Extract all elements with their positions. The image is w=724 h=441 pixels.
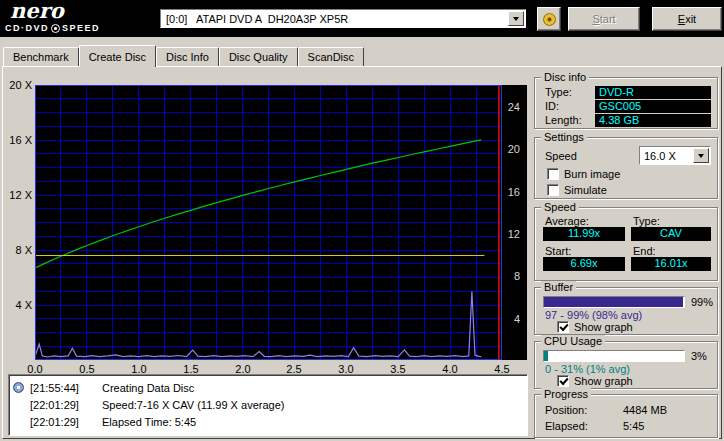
tab-create-disc[interactable]: Create Disc (79, 45, 156, 67)
y-axis-tick-left: 20 X (2, 79, 32, 91)
speed-group: Speed Average: Type: 11.99x CAV Start: E… (534, 207, 718, 281)
disc-id-value: GSC005 (595, 100, 711, 113)
simulate-label: Simulate (564, 184, 607, 196)
log-entry-time: [22:01:29] (30, 416, 102, 428)
disc-info-group: Disc info Type: ID: Length: DVD-R GSC005… (534, 77, 718, 129)
start-button[interactable]: Start (568, 7, 640, 31)
elapsed-value: 5:45 (623, 420, 644, 433)
log-entry-time: [22:01:29] (30, 399, 102, 411)
y-axis-tick-left: 8 X (2, 244, 32, 256)
y-axis-tick-right: 12 (490, 228, 520, 240)
cpu-usage-group: CPU Usage 3% 0 - 31% (1% avg) Show graph (534, 341, 718, 389)
buffer-show-graph-row[interactable]: Show graph (557, 321, 633, 333)
buffer-show-graph-checkbox[interactable] (557, 321, 569, 333)
buffer-percent: 99% (691, 296, 713, 309)
position-value: 4484 MB (623, 404, 667, 417)
log-entry-text: Speed:7-16 X CAV (11.99 X average) (102, 399, 284, 411)
burn-image-label: Burn image (564, 168, 620, 180)
product-logo-text: CD·DVD SPEED (5, 23, 100, 33)
burn-image-checkbox-row[interactable]: Burn image (547, 168, 620, 180)
settings-title: Settings (541, 131, 587, 144)
app-header: nero CD·DVD SPEED [0:0] ATAPI DVD A DH20… (0, 0, 724, 37)
start-button-label: S (592, 13, 599, 25)
log-entry: [21:55:44] Creating Data Disc (13, 379, 523, 396)
settings-group: Settings Speed 16.0 X Burn image Simulat… (534, 137, 718, 199)
buffer-group: Buffer 99% 97 - 99% (98% avg) Show graph (534, 287, 718, 335)
simulate-checkbox-row[interactable]: Simulate (547, 184, 607, 196)
speed-setting-label: Speed (545, 150, 577, 163)
y-axis-tick-left: 16 X (2, 134, 32, 146)
drive-select-dropdown-button[interactable] (508, 11, 524, 26)
buffer-title: Buffer (541, 281, 576, 294)
cpu-show-graph-label: Show graph (574, 375, 633, 387)
status-log[interactable]: [21:55:44] Creating Data Disc [22:01:29]… (8, 374, 528, 436)
drive-select[interactable]: [0:0] ATAPI DVD A DH20A3P XP5R (160, 9, 526, 28)
disc-length-label: Length: (545, 114, 582, 127)
y-axis-tick-right: 16 (490, 186, 520, 198)
cpu-show-graph-checkbox[interactable] (557, 375, 569, 387)
chevron-down-icon (698, 154, 704, 158)
chevron-down-icon (513, 17, 519, 21)
log-entry-time: [21:55:44] (30, 382, 102, 394)
exit-button-label-rest: xit (685, 13, 696, 25)
buffer-show-graph-label: Show graph (574, 321, 633, 333)
progress-group: Progress Position: 4484 MB Elapsed: 5:45 (534, 394, 718, 438)
cpu-title: CPU Usage (541, 335, 605, 348)
speed-title: Speed (541, 201, 579, 214)
cpu-progress-bar (543, 350, 685, 362)
elapsed-label: Elapsed: (545, 420, 588, 433)
start-button-label-rest: tart (600, 13, 616, 25)
log-entry: [22:01:29] Speed:7-16 X CAV (11.99 X ave… (13, 396, 523, 413)
speed-select-value: 16.0 X (640, 150, 693, 162)
simulate-checkbox[interactable] (547, 184, 559, 196)
exit-button[interactable]: Exit (652, 7, 722, 31)
y-axis-tick-right: 4 (490, 313, 520, 325)
log-entry-text: Creating Data Disc (102, 382, 194, 394)
start-value: 6.69x (543, 257, 625, 271)
progress-title: Progress (541, 388, 591, 401)
y-axis-tick-left: 12 X (2, 189, 32, 201)
nero-logo-text: nero (10, 0, 64, 22)
buffer-bar-fill (544, 297, 683, 307)
tab-scandisc[interactable]: ScanDisc (298, 47, 364, 66)
y-axis-tick-right: 20 (490, 143, 520, 155)
cpu-bar-fill (544, 351, 548, 361)
drive-select-value: [0:0] ATAPI DVD A DH20A3P XP5R (161, 13, 508, 25)
disc-type-value: DVD-R (595, 86, 711, 99)
log-entry: [22:01:29] Elapsed Time: 5:45 (13, 413, 523, 430)
tab-disc-quality[interactable]: Disc Quality (219, 47, 298, 66)
disc-type-label: Type: (545, 86, 572, 99)
end-value: 16.01x (631, 257, 711, 271)
exit-button-label: E (678, 13, 685, 25)
disc-info-title: Disc info (541, 71, 589, 84)
disc-length-value: 4.38 GB (595, 114, 711, 127)
y-axis-tick-right: 24 (490, 101, 520, 113)
y-axis-tick-left: 4 X (2, 299, 32, 311)
y-axis-tick-right: 8 (490, 270, 520, 282)
cpu-show-graph-row[interactable]: Show graph (557, 375, 633, 387)
tab-disc-info[interactable]: Disc Info (156, 47, 219, 66)
average-value: 11.99x (543, 227, 625, 241)
log-entry-disc-icon (13, 382, 24, 393)
disc-icon (543, 13, 556, 26)
chart-canvas (35, 85, 502, 360)
position-label: Position: (545, 404, 587, 417)
product-logo-right: SPEED (62, 23, 100, 33)
speed-select[interactable]: 16.0 X (639, 146, 711, 165)
log-entry-text: Elapsed Time: 5:45 (102, 416, 196, 428)
type-value: CAV (631, 227, 711, 241)
disc-logo-icon (51, 24, 60, 33)
product-logo-left: CD·DVD (5, 23, 49, 33)
eject-button[interactable] (537, 7, 561, 31)
chart-plot: 24 20 16 12 8 4 (35, 85, 527, 360)
tab-benchmark[interactable]: Benchmark (3, 47, 79, 66)
speed-select-dropdown-button[interactable] (693, 148, 709, 163)
burn-image-checkbox[interactable] (547, 168, 559, 180)
disc-id-label: ID: (545, 100, 559, 113)
cpu-percent: 3% (691, 350, 707, 363)
buffer-progress-bar (543, 296, 685, 308)
tab-bar: Benchmark Create Disc Disc Info Disc Qua… (3, 47, 364, 66)
